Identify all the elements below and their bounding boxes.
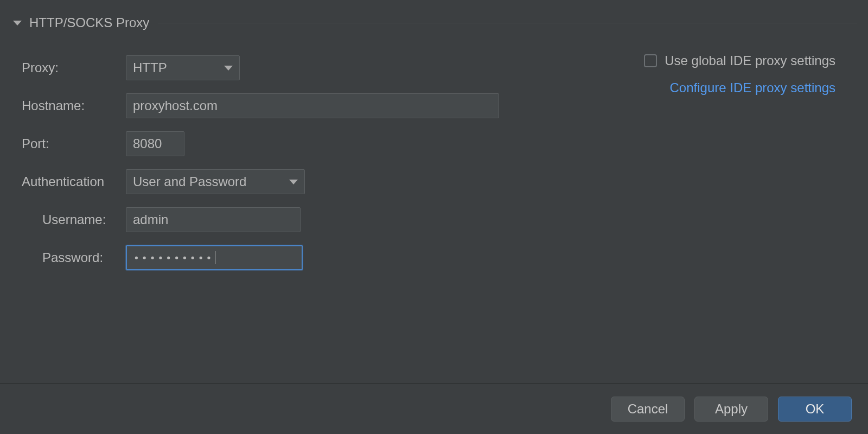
dialog-footer: Cancel Apply OK <box>0 383 868 434</box>
chevron-down-icon <box>289 180 298 184</box>
username-value: admin <box>133 212 168 227</box>
use-global-proxy-checkbox[interactable]: Use global IDE proxy settings <box>644 53 835 68</box>
text-caret-icon <box>215 251 215 264</box>
section-header[interactable]: HTTP/SOCKS Proxy <box>0 0 868 34</box>
apply-button[interactable]: Apply <box>694 397 768 422</box>
authentication-label: Authentication <box>22 174 126 189</box>
password-input[interactable]: •••••••••• <box>126 245 303 270</box>
proxy-type-select[interactable]: HTTP <box>126 55 240 80</box>
use-global-proxy-label: Use global IDE proxy settings <box>665 53 835 68</box>
proxy-type-value: HTTP <box>133 60 167 75</box>
authentication-select[interactable]: User and Password <box>126 169 305 194</box>
section-title: HTTP/SOCKS Proxy <box>29 15 149 30</box>
proxy-label: Proxy: <box>22 60 126 75</box>
configure-ide-proxy-link[interactable]: Configure IDE proxy settings <box>670 80 835 95</box>
username-label: Username: <box>22 212 126 227</box>
cancel-button[interactable]: Cancel <box>611 397 685 422</box>
checkbox-icon[interactable] <box>644 54 657 67</box>
password-mask: •••••••••• <box>133 252 214 264</box>
password-label: Password: <box>22 250 126 265</box>
ok-button[interactable]: OK <box>778 397 852 422</box>
collapse-arrow-icon[interactable] <box>13 21 22 25</box>
username-input[interactable]: admin <box>126 207 301 232</box>
port-value: 8080 <box>133 136 162 151</box>
port-label: Port: <box>22 136 126 151</box>
authentication-value: User and Password <box>133 174 246 189</box>
hostname-input[interactable]: proxyhost.com <box>126 93 499 118</box>
chevron-down-icon <box>224 66 233 71</box>
port-input[interactable]: 8080 <box>126 131 184 156</box>
hostname-value: proxyhost.com <box>133 98 218 113</box>
hostname-label: Hostname: <box>22 98 126 113</box>
section-divider <box>158 23 857 23</box>
